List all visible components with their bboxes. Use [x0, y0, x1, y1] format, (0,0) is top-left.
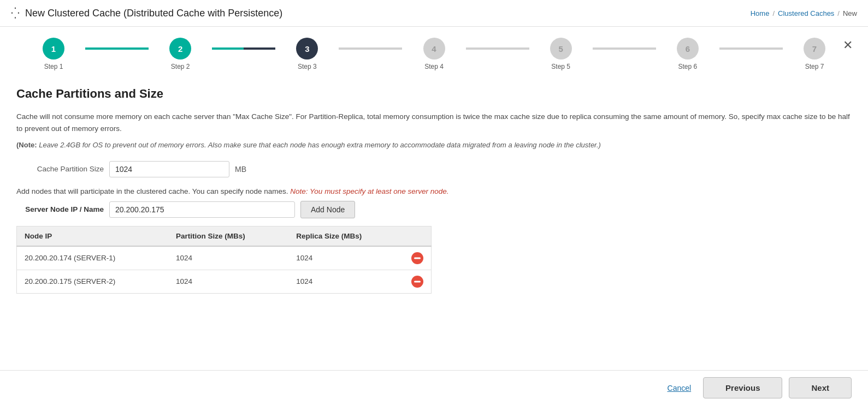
remove-icon — [411, 252, 423, 264]
server-node-input[interactable] — [109, 201, 295, 218]
step-label-5: Step 5 — [551, 63, 570, 70]
add-node-section: Add nodes that will participate in the c… — [16, 187, 852, 218]
step-item-2: 2 Step 2 — [149, 38, 212, 70]
add-node-text: Add nodes that will participate in the c… — [16, 187, 852, 195]
stepper: 1 Step 1 2 Step 2 3 Step 3 4 Step 4 — [0, 27, 868, 76]
cell-action — [404, 270, 432, 293]
step-circle-3[interactable]: 3 — [296, 38, 318, 59]
cell-node-ip: 20.200.20.174 (SERVER-1) — [17, 246, 168, 270]
step-circle-1[interactable]: 1 — [43, 38, 64, 59]
step-label-4: Step 4 — [424, 63, 444, 70]
nodes-table: Node IP Partition Size (MBs) Replica Siz… — [16, 226, 432, 294]
previous-button[interactable]: Previous — [703, 377, 782, 398]
col-header-replica-size: Replica Size (MBs) — [288, 226, 404, 246]
step-connector-2-3 — [212, 47, 275, 50]
remove-node-button[interactable] — [411, 252, 423, 264]
step-label-1: Step 1 — [44, 63, 63, 70]
step-label-3: Step 3 — [298, 63, 317, 70]
step-item-4: 4 Step 4 — [402, 38, 465, 70]
step-connector-6-7 — [719, 47, 783, 50]
add-node-button[interactable]: Add Node — [300, 201, 355, 218]
section-title: Cache Partitions and Size — [16, 87, 852, 101]
step-connector-3-4 — [339, 47, 402, 50]
step-item-3: 3 Step 3 — [275, 38, 339, 70]
next-button[interactable]: Next — [789, 377, 852, 398]
table-row: 20.200.20.174 (SERVER-1)10241024 — [17, 246, 432, 270]
cell-replica-size: 1024 — [288, 246, 404, 270]
breadcrumb-current: New — [843, 9, 857, 17]
footer: Cancel Previous Next — [0, 370, 868, 405]
breadcrumb-clustered-caches[interactable]: Clustered Caches — [778, 9, 834, 17]
breadcrumb-home[interactable]: Home — [751, 9, 770, 17]
step-connector-5-6 — [593, 47, 656, 50]
step-item-5: 5 Step 5 — [529, 38, 593, 70]
page-title: New Clustered Cache (Distributed Cache w… — [25, 8, 282, 19]
remove-icon — [411, 276, 423, 288]
cell-partition-size: 1024 — [168, 246, 288, 270]
step-item-7: 7 Step 7 — [783, 38, 846, 70]
col-header-partition-size: Partition Size (MBs) — [168, 226, 288, 246]
cancel-button[interactable]: Cancel — [662, 379, 697, 397]
page-container: ⁛ New Clustered Cache (Distributed Cache… — [0, 0, 868, 405]
breadcrumb: Home / Clustered Caches / New — [751, 9, 857, 17]
note-content: Leave 2.4GB for OS to prevent out of mem… — [39, 141, 601, 149]
header-title: ⁛ New Clustered Cache (Distributed Cache… — [11, 7, 282, 20]
cache-partition-size-row: Cache Partition Size MB — [16, 161, 852, 177]
col-header-action — [404, 226, 432, 246]
grid-icon: ⁛ — [11, 7, 20, 20]
step-circle-4[interactable]: 4 — [423, 38, 445, 59]
main-content: Cache Partitions and Size Cache will not… — [0, 76, 868, 348]
step-label-6: Step 6 — [678, 63, 697, 70]
step-circle-7[interactable]: 7 — [804, 38, 825, 59]
cell-action — [404, 246, 432, 270]
step-circle-5[interactable]: 5 — [550, 38, 572, 59]
step-circle-2[interactable]: 2 — [169, 38, 191, 59]
table-row: 20.200.20.175 (SERVER-2)10241024 — [17, 270, 432, 293]
step-connector-4-5 — [466, 47, 529, 50]
cache-partition-size-unit: MB — [235, 165, 246, 174]
step-item-1: 1 Step 1 — [22, 38, 85, 70]
server-node-label: Server Node IP / Name — [16, 205, 104, 213]
step-label-7: Step 7 — [805, 63, 824, 70]
breadcrumb-sep-1: / — [772, 9, 775, 17]
cell-node-ip: 20.200.20.175 (SERVER-2) — [17, 270, 168, 293]
breadcrumb-sep-2: / — [837, 9, 840, 17]
step-item-6: 6 Step 6 — [656, 38, 719, 70]
step-circle-6[interactable]: 6 — [677, 38, 699, 59]
table-header-row: Node IP Partition Size (MBs) Replica Siz… — [17, 226, 432, 246]
step-connector-1-2 — [85, 47, 149, 50]
info-text: Cache will not consume more memory on ea… — [16, 111, 852, 134]
cell-replica-size: 1024 — [288, 270, 404, 293]
col-header-node-ip: Node IP — [17, 226, 168, 246]
note-text: (Note: Leave 2.4GB for OS to prevent out… — [16, 140, 852, 151]
cache-partition-size-input[interactable] — [109, 161, 229, 177]
note-label: (Note: — [16, 141, 37, 149]
cell-partition-size: 1024 — [168, 270, 288, 293]
header: ⁛ New Clustered Cache (Distributed Cache… — [0, 0, 868, 27]
step-label-2: Step 2 — [171, 63, 190, 70]
remove-node-button[interactable] — [411, 276, 423, 288]
cache-partition-size-label: Cache Partition Size — [16, 165, 104, 173]
add-node-warning: Note: You must specify at least one serv… — [290, 187, 448, 195]
add-node-row: Server Node IP / Name Add Node — [16, 201, 852, 218]
